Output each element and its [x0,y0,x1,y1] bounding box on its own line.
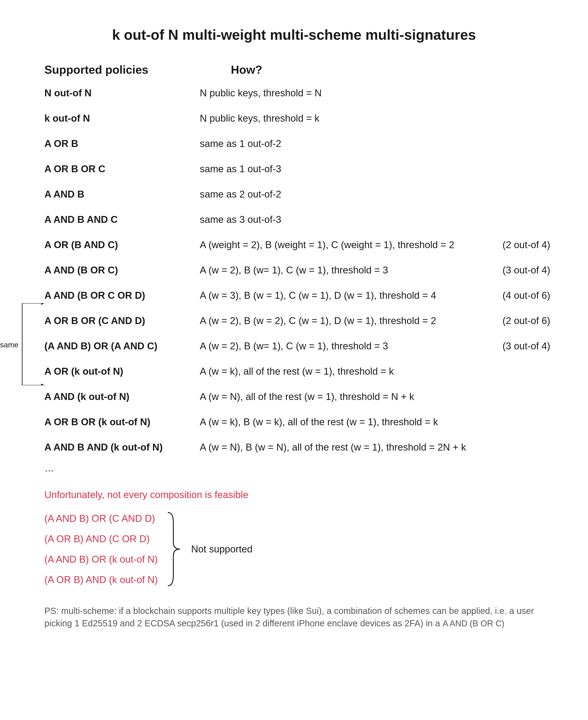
policy-label: A OR (k out-of N) [44,366,200,377]
policy-row: A OR (k out-of N)A (w = k), all of the r… [44,366,550,377]
policy-row: A OR B OR Csame as 1 out-of-3 [44,163,550,174]
policy-how: A (w = 2), B (w= 1), C (w = 1), threshol… [200,340,550,352]
policy-label: A OR (B AND C) [44,239,200,250]
not-supported-label: Not supported [191,544,252,555]
policy-how: same as 1 out-of-3 [200,163,550,174]
policy-label: A OR B OR (k out-of N) [44,416,200,427]
policy-label: A AND B AND (k out-of N) [44,442,200,453]
ps-code: A AND (B OR C) [443,619,505,628]
policy-how: A (w = 2), B (w= 1), C (w = 1), threshol… [200,264,550,276]
unsupported-item: (A OR B) AND (C OR D) [44,533,158,545]
content-area: same Supported policies How? N out-of NN… [44,63,550,630]
policy-label: A OR B OR C [44,163,200,174]
policy-note: (2 out-of 6) [503,315,550,326]
ps-note: PS: multi-scheme: if a blockchain suppor… [44,605,550,630]
policy-label: A AND B AND C [44,214,200,225]
policy-how: same as 2 out-of-2 [200,189,550,200]
policy-row: N out-of NN public keys, threshold = N [44,87,550,99]
same-label: same [0,340,18,349]
policy-how: A (w = 3), B (w = 1), C (w = 1), D (w = … [200,290,550,301]
policy-how: N public keys, threshold = N [200,87,550,99]
policy-how: N public keys, threshold = k [200,113,550,124]
policy-label: A AND (k out-of N) [44,391,200,402]
policy-row: A AND B AND (k out-of N)A (w = N), B (w … [44,442,550,453]
unsupported-item: (A OR B) AND (k out-of N) [44,574,158,585]
policy-row: A AND B AND Csame as 3 out-of-3 [44,214,550,225]
unsupported-block: (A AND B) OR (C AND D) (A OR B) AND (C O… [44,511,550,587]
policy-row: A OR B OR (C AND D)A (w = 2), B (w = 2),… [44,315,550,326]
policy-how: A (w = k), all of the rest (w = 1), thre… [200,366,550,377]
policy-note: (2 out-of 4) [503,239,550,250]
policy-label: A OR B OR (C AND D) [44,315,200,326]
curly-brace-icon [167,511,182,587]
policy-label: A AND (B OR C) [44,264,200,276]
header-how: How? [231,63,550,76]
policy-label: N out-of N [44,87,200,99]
policy-how: same as 1 out-of-2 [200,138,550,149]
policy-row: (A AND B) OR (A AND C)A (w = 2), B (w= 1… [44,340,550,352]
policy-note: (3 out-of 4) [503,264,550,276]
unsupported-item: (A AND B) OR (k out-of N) [44,554,158,565]
policy-row: A AND (B OR C OR D)A (w = 3), B (w = 1),… [44,290,550,301]
column-headers: Supported policies How? [44,63,550,76]
unsupported-list: (A AND B) OR (C AND D) (A OR B) AND (C O… [44,513,158,585]
policy-note: (3 out-of 4) [503,340,550,352]
policy-how: A (w = 2), B (w = 2), C (w = 1), D (w = … [200,315,550,326]
policy-row: A AND (k out-of N)A (w = N), all of the … [44,391,550,402]
infeasible-warning: Unfortunately, not every composition is … [44,489,550,500]
policy-row: A AND (B OR C)A (w = 2), B (w= 1), C (w … [44,264,550,276]
ellipsis: … [44,463,550,474]
policy-row: A OR B OR (k out-of N)A (w = k), B (w = … [44,416,550,427]
policy-row: k out-of NN public keys, threshold = k [44,113,550,124]
policy-how: A (weight = 2), B (weight = 1), C (weigh… [200,239,550,250]
policy-row: A AND Bsame as 2 out-of-2 [44,189,550,200]
policy-how: same as 3 out-of-3 [200,214,550,225]
policy-label: (A AND B) OR (A AND C) [44,340,200,352]
header-policies: Supported policies [44,63,200,76]
policy-how: A (w = N), all of the rest (w = 1), thre… [200,391,550,402]
policy-label: A AND (B OR C OR D) [44,290,200,301]
policy-label: A AND B [44,189,200,200]
policy-how: A (w = k), B (w = k), all of the rest (w… [200,416,550,427]
policy-note: (4 out-of 6) [503,290,550,301]
policy-label: k out-of N [44,113,200,124]
policy-row: A OR Bsame as 1 out-of-2 [44,138,550,149]
policy-how: A (w = N), B (w = N), all of the rest (w… [200,442,550,453]
page-title: k out-of N multi-weight multi-scheme mul… [38,27,550,43]
unsupported-item: (A AND B) OR (C AND D) [44,513,158,524]
policy-row: A OR (B AND C)A (weight = 2), B (weight … [44,239,550,250]
policy-label: A OR B [44,138,200,149]
